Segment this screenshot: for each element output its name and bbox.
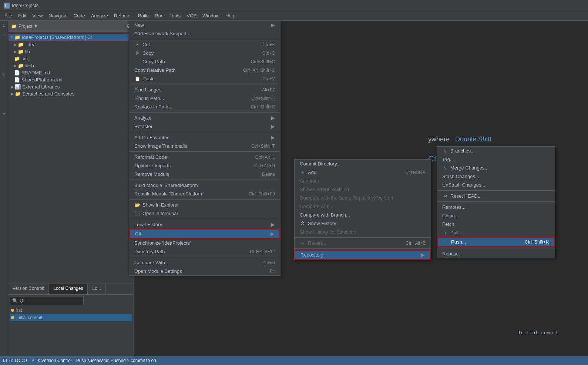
ctx-add-framework[interactable]: Add Framework Support... — [129, 29, 280, 38]
ctx-build-module[interactable]: Build Module 'SharedPlatform' — [129, 181, 280, 190]
ctx-paste[interactable]: 📋 Paste Ctrl+V — [129, 74, 280, 83]
repo-rebase[interactable]: Rebase... — [437, 250, 555, 258]
ctx-add-favorites[interactable]: Add to Favorites ▶ — [129, 133, 280, 142]
ctx-new[interactable]: New ▶ — [129, 21, 280, 29]
ctx-refactor[interactable]: Refactor ▶ — [129, 122, 280, 131]
src-folder[interactable]: 📁 src — [8, 55, 134, 62]
git-compare-branch[interactable]: Compare with Branch... — [295, 211, 431, 219]
structure-icon[interactable]: 2 — [1, 32, 7, 38]
readme-file[interactable]: 📄 README.md — [8, 69, 134, 76]
idea-folder[interactable]: ▶ 📁 .idea — [8, 41, 134, 48]
repo-clone[interactable]: Clone... — [437, 211, 555, 220]
git-revert-shortcut: Ctrl+Alt+Z — [406, 241, 426, 246]
search-input[interactable] — [20, 298, 81, 303]
project-icon[interactable]: 1 — [1, 22, 7, 29]
repo-push[interactable]: ↑ Push... Ctrl+Shift+K — [437, 237, 555, 247]
repo-pull[interactable]: ↓ Pull... — [437, 228, 555, 237]
ctx-module-settings[interactable]: Open Module Settings F4 — [129, 267, 280, 275]
web-folder[interactable]: ▶ 📁 web — [8, 62, 134, 69]
vc-badge[interactable]: ⑂ 9: Version Control — [31, 358, 72, 363]
ctx-optimize[interactable]: Optimize Imports Ctrl+Alt+O — [129, 161, 280, 170]
repo-sep1 — [437, 190, 555, 191]
project-tab-label[interactable]: Project ▼ — [19, 24, 38, 29]
menu-tools[interactable]: Tools — [167, 12, 184, 20]
ctx-dir-shortcut: Ctrl+Alt+F12 — [250, 249, 275, 254]
ctx-compare-with[interactable]: Compare With... Ctrl+D — [129, 258, 280, 267]
ctx-replace-in-path[interactable]: Replace in Path... Ctrl+Shift+R — [129, 103, 280, 111]
git-revert: ↩ Revert... Ctrl+Alt+Z — [295, 239, 431, 247]
ctx-synchronize[interactable]: Synchronize 'IdeaProjects' — [129, 239, 280, 247]
menu-view[interactable]: View — [29, 12, 46, 20]
todo-badge[interactable]: ☑ 6: TODO — [3, 358, 27, 363]
repo-sep2 — [437, 201, 555, 202]
local-changes-tab[interactable]: Local Changes — [49, 284, 88, 294]
menu-run[interactable]: Run — [152, 12, 167, 20]
menu-analyze[interactable]: Analyze — [88, 12, 111, 20]
repo-tag[interactable]: Tag... — [437, 155, 555, 164]
repo-fetch[interactable]: Fetch — [437, 220, 555, 228]
paste-icon: 📋 — [134, 76, 140, 81]
scratches-consoles[interactable]: ▶ 📁 Scratches and Consoles — [8, 90, 134, 97]
ctx-copy-relative[interactable]: Copy Relative Path Ctrl+Alt+Shift+C — [129, 66, 280, 74]
initial-commit-display: Initial commit — [518, 330, 558, 335]
repo-branches[interactable]: ⑂ Branches... — [437, 147, 555, 155]
ctx-git[interactable]: Git ▶ — [129, 229, 280, 239]
ctx-dir-path[interactable]: Directory Path Ctrl+Alt+F12 — [129, 247, 280, 256]
src-label: src — [21, 56, 28, 61]
ctx-show-explorer[interactable]: 📂 Show in Explorer — [129, 201, 280, 209]
ctx-module-settings-label: Open Module Settings — [134, 268, 182, 274]
sep9 — [129, 257, 280, 257]
iml-file[interactable]: 📄 SharedPlatform.iml — [8, 76, 134, 83]
commit-item[interactable]: Initial commit — [10, 314, 132, 321]
menu-build[interactable]: Build — [135, 12, 152, 20]
git-add[interactable]: + Add Ctrl+Alt+A — [295, 168, 431, 177]
menu-navigate[interactable]: Navigate — [46, 12, 70, 20]
ctx-rebuild-label: Rebuild Module 'SharedPlatform' — [134, 191, 204, 197]
ctx-show-thumbnails[interactable]: Show Image Thumbnails Ctrl+Shift+T — [129, 142, 280, 150]
menu-help[interactable]: Help — [222, 12, 238, 20]
ctx-reformat[interactable]: Reformat Code Ctrl+Alt+L — [129, 153, 280, 161]
repo-remotes[interactable]: Remotes... — [437, 203, 555, 211]
ctx-copy[interactable]: ⎘ Copy Ctrl+C — [129, 49, 280, 57]
repo-merge-label: Merge Changes... — [450, 165, 488, 171]
ctx-open-terminal[interactable]: ⬛ Open in terminal — [129, 209, 280, 218]
repo-unstash[interactable]: UnStash Changes... — [437, 181, 555, 189]
ctx-remove-module[interactable]: Remove Module Delete — [129, 170, 280, 178]
repo-merge[interactable]: ⑂ Merge Changes... — [437, 164, 555, 172]
ctx-find-usages[interactable]: Find Usages Alt+F7 — [129, 86, 280, 94]
git-show-revision: Show Current Revision — [295, 185, 431, 194]
vc-tab[interactable]: Version Control: — [8, 284, 49, 294]
repo-stash[interactable]: Stash Changes... — [437, 172, 555, 181]
lib-folder[interactable]: ▶ 📁 lib — [8, 48, 134, 55]
ctx-analyze[interactable]: Analyze ▶ — [129, 114, 280, 122]
sep5 — [129, 151, 280, 152]
root-project-item[interactable]: ▼ 📁 IdeaProjects [SharedPlatform] C: — [8, 33, 134, 41]
ctx-git-label: Git — [135, 231, 141, 237]
menu-code[interactable]: Code — [71, 12, 88, 20]
ctx-dir-path-label: Directory Path — [134, 249, 165, 254]
ctx-rebuild-module[interactable]: Rebuild Module 'SharedPlatform' Ctrl+Shi… — [129, 190, 280, 198]
menu-vcs[interactable]: VCS — [184, 12, 199, 20]
favorites-icon[interactable]: ★ — [1, 110, 7, 117]
menu-file[interactable]: File — [1, 12, 15, 20]
menu-refactor[interactable]: Refactor — [111, 12, 135, 20]
search-bar[interactable]: 🔍 — [10, 296, 84, 305]
log-tab[interactable]: Lo... — [88, 284, 105, 294]
search-hint: ywhere Double Shift — [428, 135, 491, 143]
repo-reset-head[interactable]: ↩ Reset HEAD... — [437, 192, 555, 200]
menu-edit[interactable]: Edit — [15, 12, 29, 20]
git-show-history[interactable]: ⏱ Show History — [295, 219, 431, 228]
todo-label: 6: TODO — [9, 358, 27, 363]
ctx-copy-path[interactable]: Copy Path Ctrl+Shift+C — [129, 57, 280, 66]
ctx-find-in-path[interactable]: Find in Path... Ctrl+Shift+F — [129, 94, 280, 103]
git-repository[interactable]: Repository ▶ — [295, 250, 431, 260]
ctx-local-history[interactable]: Local History ▶ — [129, 220, 280, 229]
web-icon[interactable]: W — [1, 71, 7, 78]
menu-window[interactable]: Window — [199, 12, 222, 20]
external-libraries[interactable]: ▶ 📊 External Libraries — [8, 83, 134, 90]
git-commit-dir[interactable]: Commit Directory... — [295, 160, 431, 168]
ctx-refactor-arrow: ▶ — [271, 124, 275, 129]
root-folder-icon: 📁 — [14, 34, 20, 40]
ctx-new-arrow: ▶ — [271, 22, 275, 28]
ctx-cut[interactable]: ✂ Cut Ctrl+X — [129, 40, 280, 49]
